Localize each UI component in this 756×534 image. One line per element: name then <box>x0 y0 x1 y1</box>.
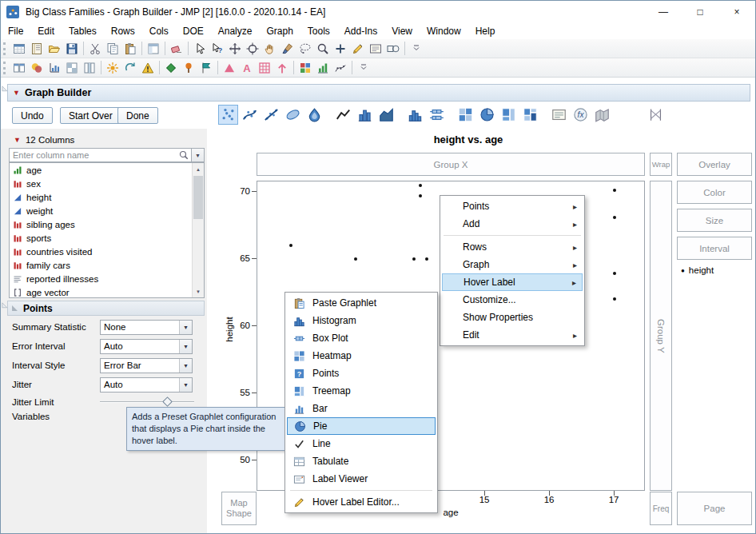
menu-doe[interactable]: DOE <box>176 23 211 39</box>
toolbar-overflow-button[interactable] <box>355 59 372 77</box>
menu-window[interactable]: Window <box>420 23 468 39</box>
column-item-sex[interactable]: sex <box>10 177 204 190</box>
summary-statistic-select[interactable]: None▼ <box>100 320 193 335</box>
toolbar-grip[interactable] <box>3 62 7 74</box>
column-item-reported-illnesses[interactable]: reported illnesses <box>10 272 204 285</box>
pink-arrow-up-button[interactable] <box>273 59 291 77</box>
palette-box-plot-button[interactable] <box>427 105 447 125</box>
chevron-down-icon[interactable]: ▼ <box>179 321 192 334</box>
submenu-item-hover-label-editor-[interactable]: Hover Label Editor... <box>287 493 436 511</box>
submenu-item-heatmap[interactable]: Heatmap <box>287 347 436 365</box>
colored-grid-chart-button[interactable] <box>296 59 314 77</box>
drop-zone-size[interactable]: Size <box>677 209 752 232</box>
palette-heatmap-button[interactable] <box>456 105 475 125</box>
interval-style-select[interactable]: Error Bar▼ <box>100 358 193 373</box>
copy-button[interactable] <box>104 40 121 58</box>
column-item-sports[interactable]: sports <box>10 231 204 245</box>
context-menu-item-edit[interactable]: Edit▸ <box>442 326 583 344</box>
green-bar-chart-button[interactable] <box>314 59 332 77</box>
pink-triangle-button[interactable] <box>221 59 238 77</box>
palette-treemap-button[interactable] <box>499 105 519 125</box>
menu-tools[interactable]: Tools <box>300 23 337 39</box>
green-diamond-button[interactable] <box>162 59 180 77</box>
context-menu-item-show-properties[interactable]: Show Properties <box>442 309 583 326</box>
column-search-input[interactable]: Enter column name <box>9 148 192 162</box>
table-columns-button[interactable] <box>81 59 98 77</box>
new-table-button[interactable] <box>10 40 28 58</box>
drop-zone-map-shape[interactable]: Map Shape <box>221 492 257 525</box>
palette-mosaic-button[interactable] <box>520 105 540 125</box>
palette-histogram-button[interactable] <box>405 105 425 125</box>
menu-edit[interactable]: Edit <box>30 23 62 39</box>
palette-ellipse-button[interactable] <box>283 105 303 125</box>
red-triangle-menu-icon[interactable]: ▼ <box>13 89 20 97</box>
teal-flag-button[interactable] <box>197 59 215 77</box>
column-item-weight[interactable]: weight <box>10 204 204 217</box>
palette-parallel-button[interactable] <box>646 105 666 125</box>
submenu-item-points[interactable]: ?Points <box>287 365 436 382</box>
data-point[interactable] <box>613 216 616 219</box>
chevron-down-icon[interactable]: ▼ <box>179 378 192 392</box>
slider-thumb[interactable] <box>162 397 173 407</box>
caption-tool-button[interactable] <box>367 40 384 58</box>
journal-button[interactable] <box>28 40 46 58</box>
data-point[interactable] <box>613 297 616 301</box>
menu-cols[interactable]: Cols <box>142 23 176 39</box>
scatter-curve-button[interactable] <box>332 59 349 77</box>
pink-letter-a-button[interactable]: A <box>238 59 256 77</box>
table-grid-button[interactable] <box>10 59 28 77</box>
column-item-age[interactable]: age <box>10 163 204 177</box>
magnifier-tool-button[interactable] <box>314 40 332 58</box>
open-button[interactable] <box>46 40 63 58</box>
submenu-item-label-viewer[interactable]: Label Viewer <box>287 470 436 488</box>
data-point[interactable] <box>613 189 616 192</box>
done-button[interactable]: Done <box>117 107 158 124</box>
warning-triangle-button[interactable] <box>139 59 157 77</box>
pencil-tool-button[interactable] <box>349 40 367 58</box>
submenu-item-pie[interactable]: Pie <box>287 417 436 435</box>
save-button[interactable] <box>63 40 81 58</box>
submenu-item-histogram[interactable]: Histogram <box>287 312 436 329</box>
refresh-arrows-button[interactable] <box>121 59 139 77</box>
error-interval-select[interactable]: Auto▼ <box>100 339 193 354</box>
search-options-dropdown[interactable]: ▼ <box>192 148 205 162</box>
start-over-button[interactable]: Start Over <box>60 107 121 124</box>
scroll-up-arrow-icon[interactable]: ▲ <box>193 163 204 175</box>
brush-tool-button[interactable] <box>279 40 296 58</box>
data-point[interactable] <box>613 272 616 275</box>
drop-zone-color[interactable]: Color <box>677 181 752 204</box>
help-tool-button[interactable]: ? <box>209 40 226 58</box>
drop-zone-interval[interactable]: Interval <box>677 237 752 260</box>
lasso-tool-button[interactable] <box>296 40 314 58</box>
chevron-down-icon[interactable]: ▼ <box>179 359 192 373</box>
context-menu-item-points[interactable]: Points▸ <box>442 197 583 215</box>
column-list-scrollbar[interactable]: ▲▼ <box>192 163 204 297</box>
clear-button[interactable] <box>168 40 185 58</box>
data-point[interactable] <box>419 194 422 197</box>
submenu-item-treemap[interactable]: Treemap <box>287 382 436 400</box>
crosshair-tool-button[interactable] <box>226 40 244 58</box>
toolbar-grip[interactable] <box>3 42 7 55</box>
column-item-sibling-ages[interactable]: sibling ages <box>10 217 204 231</box>
menu-help[interactable]: Help <box>468 23 503 39</box>
palette-points-button[interactable] <box>218 105 238 125</box>
context-menu-item-graph[interactable]: Graph▸ <box>442 256 583 273</box>
data-point[interactable] <box>289 244 292 247</box>
annotate-plus-tool-button[interactable] <box>332 40 349 58</box>
cut-button[interactable] <box>86 40 104 58</box>
data-point[interactable] <box>354 257 357 261</box>
palette-map-shapes-button[interactable] <box>592 105 612 125</box>
palette-contour-button[interactable] <box>304 105 324 125</box>
menu-graph[interactable]: Graph <box>259 23 300 39</box>
chevron-down-icon[interactable]: ▼ <box>179 340 192 353</box>
undo-button[interactable]: Undo <box>12 107 53 124</box>
selection-tool-button[interactable] <box>244 40 261 58</box>
bar-axis-chart-button[interactable] <box>46 59 63 77</box>
column-item-age-vector[interactable]: age vector <box>10 285 204 298</box>
submenu-item-box-plot[interactable]: Box Plot <box>287 329 436 347</box>
data-point[interactable] <box>425 257 428 261</box>
color-palette-button[interactable] <box>28 59 46 77</box>
shapes-tool-button[interactable] <box>384 40 402 58</box>
drop-zone-group-y[interactable]: Group Y <box>650 181 672 491</box>
submenu-item-line[interactable]: Line <box>287 435 436 452</box>
